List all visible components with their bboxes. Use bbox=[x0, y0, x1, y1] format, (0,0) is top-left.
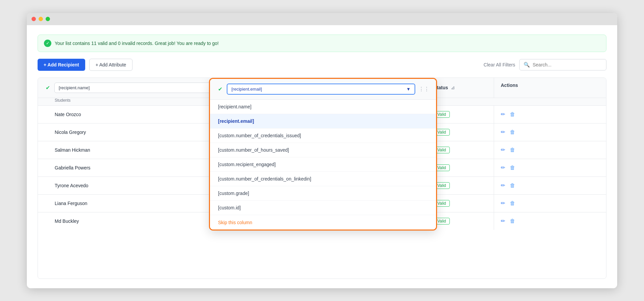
cell-actions: ✏ 🗑 bbox=[494, 212, 561, 230]
column-header-actions: Actions bbox=[494, 78, 561, 98]
delete-icon[interactable]: 🗑 bbox=[510, 200, 515, 206]
cell-status: Valid bbox=[427, 212, 494, 230]
delete-icon[interactable]: 🗑 bbox=[510, 111, 515, 117]
cell-status: Valid bbox=[427, 123, 494, 141]
search-icon: 🔍 bbox=[524, 62, 530, 68]
main-window: ✓ Your list contains 11 valid and 0 inva… bbox=[27, 13, 617, 288]
dropdown-item[interactable]: [recipient.name] bbox=[210, 100, 436, 114]
dropdown-item[interactable]: [custom.recipient_engaged] bbox=[210, 157, 436, 172]
data-table: ✔ [recipient.name] ▼ Status ⊿ bbox=[38, 78, 606, 279]
column-header-name: ✔ [recipient.name] ▼ bbox=[38, 78, 232, 98]
minimize-button[interactable] bbox=[39, 17, 43, 21]
cell-actions: ✏ 🗑 bbox=[494, 195, 561, 212]
alert-text: Your list contains 11 valid and 0 invali… bbox=[55, 41, 219, 46]
cell-status: Valid bbox=[427, 106, 494, 123]
clear-filters-button[interactable]: Clear All Filters bbox=[484, 62, 515, 67]
cell-name: Md Buckley bbox=[38, 213, 232, 229]
col1-sublabel: Students bbox=[38, 98, 232, 105]
cell-name: Gabriella Powers bbox=[38, 160, 232, 176]
dropdown-item[interactable]: [custom.number_of_hours_saved] bbox=[210, 143, 436, 157]
delete-icon[interactable]: 🗑 bbox=[510, 165, 515, 171]
dropdown-item[interactable]: [custom.id] bbox=[210, 201, 436, 215]
dropdown-item[interactable]: [custom.number_of_credentials_on_linkedi… bbox=[210, 172, 436, 186]
col1-select[interactable]: [recipient.name] ▼ bbox=[54, 83, 225, 93]
skip-column-item[interactable]: Skip this column bbox=[210, 215, 436, 230]
search-container: 🔍 bbox=[519, 59, 606, 70]
delete-icon[interactable]: 🗑 bbox=[510, 183, 515, 189]
cell-actions: ✏ 🗑 bbox=[494, 106, 561, 123]
drag-handle-icon[interactable]: ⋮⋮ bbox=[419, 86, 429, 92]
cell-name: Tyrone Acevedo bbox=[38, 178, 232, 194]
edit-icon[interactable]: ✏ bbox=[501, 200, 505, 206]
cell-actions: ✏ 🗑 bbox=[494, 177, 561, 194]
dropdown-item[interactable]: [custom.grade] bbox=[210, 186, 436, 201]
titlebar bbox=[27, 13, 617, 25]
cell-name: Liana Ferguson bbox=[38, 195, 232, 211]
add-attribute-button[interactable]: + Add Attribute bbox=[89, 59, 132, 71]
column-dropdown-overlay: ✔ [recipient.email] ▼ ⋮⋮ [recipient.name… bbox=[209, 78, 437, 231]
cell-status: Valid bbox=[427, 141, 494, 159]
close-button[interactable] bbox=[32, 17, 36, 21]
edit-icon[interactable]: ✏ bbox=[501, 182, 505, 189]
col2-selected-value: [recipient.email] bbox=[231, 87, 262, 92]
col2-active-select[interactable]: [recipient.email] ▼ bbox=[227, 84, 415, 95]
delete-icon[interactable]: 🗑 bbox=[510, 129, 515, 135]
edit-icon[interactable]: ✏ bbox=[501, 164, 505, 171]
filter-icon[interactable]: ⊿ bbox=[451, 85, 455, 90]
col2-chevron-icon: ▼ bbox=[406, 87, 411, 92]
add-recipient-button[interactable]: + Add Recipient bbox=[38, 59, 85, 71]
dropdown-list: [recipient.name][recipient.email][custom… bbox=[210, 100, 436, 230]
delete-icon[interactable]: 🗑 bbox=[510, 218, 515, 224]
alert-bar: ✓ Your list contains 11 valid and 0 inva… bbox=[38, 35, 606, 52]
column-header-status: Status ⊿ bbox=[427, 78, 494, 98]
edit-icon[interactable]: ✏ bbox=[501, 111, 505, 117]
dropdown-header: ✔ [recipient.email] ▼ ⋮⋮ bbox=[210, 79, 436, 100]
col1-select-text: [recipient.name] bbox=[59, 85, 215, 90]
cell-status: Valid bbox=[427, 195, 494, 212]
cell-name: Salman Hickman bbox=[38, 142, 232, 158]
edit-icon[interactable]: ✏ bbox=[501, 218, 505, 224]
edit-icon[interactable]: ✏ bbox=[501, 147, 505, 153]
cell-status: Valid bbox=[427, 159, 494, 177]
edit-icon[interactable]: ✏ bbox=[501, 129, 505, 135]
col1-check-icon: ✔ bbox=[45, 84, 51, 91]
cell-actions: ✏ 🗑 bbox=[494, 141, 561, 158]
col2-check-icon: ✔ bbox=[217, 86, 223, 92]
dropdown-item[interactable]: [recipient.email] bbox=[210, 114, 436, 129]
toolbar: + Add Recipient + Add Attribute Clear Al… bbox=[38, 59, 606, 71]
search-input[interactable] bbox=[533, 62, 602, 67]
cell-actions: ✏ 🗑 bbox=[494, 159, 561, 176]
delete-icon[interactable]: 🗑 bbox=[510, 147, 515, 153]
cell-name: Nicola Gregory bbox=[38, 124, 232, 140]
page-content: ✓ Your list contains 11 valid and 0 inva… bbox=[27, 25, 617, 288]
maximize-button[interactable] bbox=[46, 17, 50, 21]
cell-name: Nate Orozco bbox=[38, 106, 232, 122]
alert-check-icon: ✓ bbox=[44, 40, 51, 47]
cell-status: Valid bbox=[427, 177, 494, 194]
dropdown-item[interactable]: [custom.number_of_credentials_issued] bbox=[210, 129, 436, 143]
cell-actions: ✏ 🗑 bbox=[494, 123, 561, 141]
actions-label: Actions bbox=[501, 83, 518, 88]
